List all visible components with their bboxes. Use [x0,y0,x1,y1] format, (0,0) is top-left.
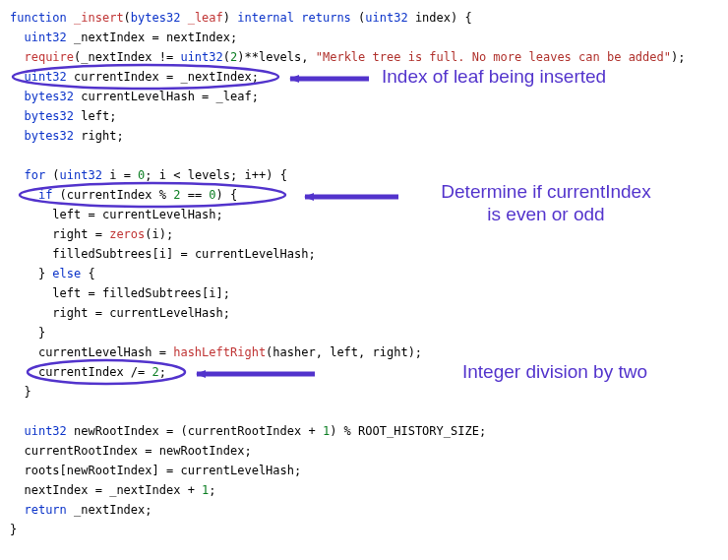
var-currentlevelhash: currentLevelHash [102,208,216,221]
var-left: left [330,345,358,359]
var-currentrootindex: currentRootIndex [188,424,302,438]
var-currentindex: currentIndex [38,365,124,379]
var-i: i [159,247,166,261]
ret-index: index [415,11,451,25]
num-0: 0 [138,168,145,182]
kw-internal: internal [237,11,294,25]
var-currentlevelhash: currentLevelHash [180,464,294,477]
var-currentlevelhash: currentLevelHash [195,247,309,261]
var-levels: levels [259,50,301,64]
var-currentindex: currentIndex [74,70,159,84]
num-2: 2 [230,50,237,64]
var-currentrootindex: currentRootIndex [24,444,138,458]
var-leaf: _leaf [216,90,252,103]
var-i: i [159,168,166,182]
var-right: right [81,129,116,143]
var-right: right [373,345,408,359]
type-bytes32: bytes32 [24,90,74,103]
kw-if: if [38,188,52,202]
var-nextindex-state: nextIndex [24,483,88,497]
var-i: i [152,227,159,241]
source-code-block: function _insert(bytes32 _leaf) internal… [10,8,685,539]
var-newrootindex: newRootIndex [74,424,159,438]
var-left: left [52,286,81,300]
var-currentlevelhash: currentLevelHash [38,345,152,359]
type-uint32: uint32 [24,70,66,84]
var-right: right [52,227,88,241]
var-currentlevelhash: currentLevelHash [81,90,195,103]
var-currentindex: currentIndex [67,188,152,202]
fn-insert: _insert [74,11,124,25]
code-annotated-figure: function _insert(bytes32 _leaf) internal… [0,0,728,560]
kw-else: else [52,267,81,280]
param-leaf: _leaf [188,11,223,25]
const-roothistorysize: ROOT_HISTORY_SIZE [358,424,479,438]
fn-zeros: zeros [109,227,145,241]
var-nextindex-local: _nextIndex [109,483,180,497]
var-levels: levels [188,168,230,182]
num-1: 1 [202,483,209,497]
num-2: 2 [173,188,180,202]
var-nextindex-local: _nextIndex [180,70,251,84]
num-2: 2 [152,365,159,379]
kw-returns: returns [301,11,351,25]
type-bytes32: bytes32 [131,11,181,25]
kw-for: for [24,168,45,182]
var-newrootindex: newRootIndex [159,444,245,458]
fn-hashleftright: hashLeftRight [173,345,266,359]
kw-function: function [10,11,67,25]
var-nextindex-local: _nextIndex [74,503,145,517]
var-filledsubtrees: filledSubtrees [102,286,202,300]
type-uint32: uint32 [180,50,222,64]
var-hasher: hasher [273,345,315,359]
str-merkle-full: "Merkle tree is full. No more leaves can… [316,50,671,64]
var-i: i [109,168,116,182]
type-uint32: uint32 [60,168,102,182]
var-i: i [209,286,215,300]
type-uint32: uint32 [365,11,407,25]
type-bytes32: bytes32 [24,109,74,123]
fn-require: require [24,50,74,64]
kw-return: return [24,503,66,517]
type-uint32: uint32 [24,31,66,44]
var-nextindex-state: nextIndex [166,31,230,44]
var-filledsubtrees: filledSubtrees [52,247,152,261]
var-right: right [52,306,88,320]
type-uint32: uint32 [24,424,66,438]
var-nextindex-local: _nextIndex [74,31,145,44]
var-left: left [81,109,109,123]
var-newrootindex: newRootIndex [67,464,152,477]
type-bytes32: bytes32 [24,129,74,143]
var-nextindex-local: _nextIndex [81,50,152,64]
var-left: left [52,208,81,221]
var-currentlevelhash: currentLevelHash [109,306,223,320]
var-roots: roots [24,464,59,477]
var-i: i [245,168,252,182]
num-1: 1 [323,424,330,438]
num-0: 0 [209,188,215,202]
